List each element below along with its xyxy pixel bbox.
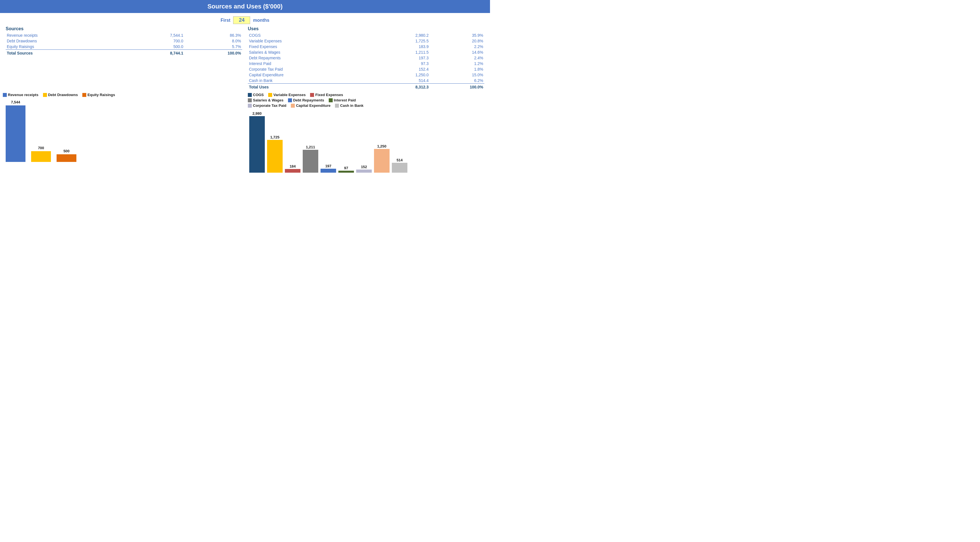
sources-chart: Revenue receipts Debt Drawdowns Equity R… xyxy=(3,93,242,173)
legend-color-box xyxy=(248,104,252,108)
legend-label: Corporate Tax Paid xyxy=(253,103,286,108)
uses-legend-item: Variable Expenses xyxy=(268,93,305,97)
uses-row-amount: 183.9 xyxy=(376,44,430,49)
sources-legend: Revenue receipts Debt Drawdowns Equity R… xyxy=(3,93,242,97)
bar-value-label: 197 xyxy=(325,164,332,168)
uses-legend-item: COGS xyxy=(248,93,264,97)
legend-label: Salaries & Wages xyxy=(253,98,283,102)
uses-bar-group: 1,725 xyxy=(267,135,283,173)
uses-row-amount: 197.3 xyxy=(376,55,430,61)
sources-row-amount: 700.0 xyxy=(127,38,184,44)
uses-bar-chart: 2,980 1,725 184 1,211 197 97 152 1,250 xyxy=(248,111,487,173)
uses-row: Debt Repayments 197.3 2.4% xyxy=(248,55,484,61)
uses-title: Uses xyxy=(248,26,484,32)
sources-row-amount: 7,544.1 xyxy=(127,33,184,38)
sources-total-pct: 100.0% xyxy=(185,50,242,56)
uses-row-pct: 1.8% xyxy=(430,67,484,72)
uses-legend-item: Capital Expenditure xyxy=(291,103,331,108)
legend-label: Fixed Expenses xyxy=(315,93,343,97)
legend-color-box xyxy=(291,104,295,108)
uses-total-label: Total Uses xyxy=(248,84,376,90)
sources-table: Revenue receipts 7,544.1 86.3%Debt Drawd… xyxy=(6,33,242,56)
uses-legend-item: Interest Paid xyxy=(329,98,356,102)
months-input[interactable] xyxy=(233,16,250,24)
bar-value-label: 2,980 xyxy=(252,111,262,116)
bar-value-label: 1,250 xyxy=(377,144,387,148)
legend-color-box xyxy=(43,93,47,97)
uses-row-pct: 1.2% xyxy=(430,61,484,67)
uses-legend-item: Corporate Tax Paid xyxy=(248,103,286,108)
sources-row-pct: 5.7% xyxy=(185,44,242,50)
legend-label: Debt Drawdowns xyxy=(48,93,78,97)
legend-color-box xyxy=(82,93,86,97)
legend-color-box xyxy=(268,93,272,97)
sources-total-label: Total Sources xyxy=(6,50,127,56)
sources-bar-group: 7,544 xyxy=(6,100,25,162)
uses-row: Variable Expenses 1,725.5 20.8% xyxy=(248,38,484,44)
legend-color-box xyxy=(288,98,292,102)
uses-legend: COGS Variable Expenses Fixed Expenses Sa… xyxy=(248,93,487,108)
legend-color-box xyxy=(329,98,333,102)
sources-row-label: Revenue receipts xyxy=(6,33,127,38)
uses-row-label: Debt Repayments xyxy=(248,55,376,61)
uses-row: Salaries & Wages 1,211.5 14.6% xyxy=(248,49,484,55)
uses-row-label: Cash in Bank xyxy=(248,78,376,84)
uses-legend-item: Cash in Bank xyxy=(335,103,363,108)
uses-total-pct: 100.0% xyxy=(430,84,484,90)
bar-value-label: 1,211 xyxy=(306,145,315,149)
sources-legend-item: Debt Drawdowns xyxy=(43,93,78,97)
page-title: Sources and Uses ($'000) xyxy=(0,0,490,13)
uses-row-label: Corporate Tax Paid xyxy=(248,67,376,72)
sources-legend-item: Equity Raisings xyxy=(82,93,115,97)
sources-row: Debt Drawdowns 700.0 8.0% xyxy=(6,38,242,44)
uses-row-label: Fixed Expenses xyxy=(248,44,376,49)
uses-row-label: COGS xyxy=(248,33,376,38)
legend-color-box xyxy=(248,98,252,102)
legend-color-box xyxy=(248,93,252,97)
uses-row-pct: 20.8% xyxy=(430,38,484,44)
uses-row-label: Interest Paid xyxy=(248,61,376,67)
uses-row-pct: 2.4% xyxy=(430,55,484,61)
uses-section: Uses COGS 2,980.2 35.9%Variable Expenses… xyxy=(245,26,487,90)
uses-bar-group: 197 xyxy=(321,164,336,173)
bar-value-label: 184 xyxy=(290,164,296,168)
legend-label: Revenue receipts xyxy=(8,93,38,97)
legend-color-box xyxy=(335,104,339,108)
legend-label: Equity Raisings xyxy=(88,93,115,97)
sources-title: Sources xyxy=(6,26,242,32)
sources-total-row: Total Sources 8,744.1 100.0% xyxy=(6,50,242,56)
uses-row-amount: 1,250.0 xyxy=(376,72,430,78)
legend-label: Capital Expenditure xyxy=(296,103,331,108)
uses-row-pct: 2.2% xyxy=(430,44,484,49)
bar-rect xyxy=(338,171,354,173)
bar-rect xyxy=(31,151,51,162)
uses-bar-group: 184 xyxy=(285,164,301,173)
sources-total-amount: 8,744.1 xyxy=(127,50,184,56)
uses-row-pct: 15.0% xyxy=(430,72,484,78)
months-post-label: months xyxy=(253,18,269,23)
uses-row-pct: 14.6% xyxy=(430,49,484,55)
uses-table: COGS 2,980.2 35.9%Variable Expenses 1,72… xyxy=(248,33,484,90)
uses-row: Capital Expenditure 1,250.0 15.0% xyxy=(248,72,484,78)
uses-row: Cash in Bank 514.4 6.2% xyxy=(248,78,484,84)
sources-row-label: Debt Drawdowns xyxy=(6,38,127,44)
uses-total-row: Total Uses 8,312.3 100.0% xyxy=(248,84,484,90)
bar-value-label: 7,544 xyxy=(11,100,21,104)
bar-value-label: 700 xyxy=(38,146,44,150)
uses-total-amount: 8,312.3 xyxy=(376,84,430,90)
uses-row-label: Capital Expenditure xyxy=(248,72,376,78)
sources-legend-item: Revenue receipts xyxy=(3,93,38,97)
sources-bar-chart: 7,544 700 500 xyxy=(3,100,242,162)
bar-value-label: 152 xyxy=(361,165,367,169)
uses-bar-group: 2,980 xyxy=(249,111,265,173)
bar-rect xyxy=(6,105,25,162)
uses-row: Interest Paid 97.3 1.2% xyxy=(248,61,484,67)
uses-row-pct: 6.2% xyxy=(430,78,484,84)
uses-row-label: Variable Expenses xyxy=(248,38,376,44)
uses-legend-item: Salaries & Wages xyxy=(248,98,283,102)
legend-label: Debt Repayments xyxy=(293,98,324,102)
bar-rect xyxy=(356,170,372,173)
bar-rect xyxy=(303,150,318,173)
uses-bar-group: 152 xyxy=(356,165,372,173)
sources-section: Sources Revenue receipts 7,544.1 86.3%De… xyxy=(3,26,245,90)
